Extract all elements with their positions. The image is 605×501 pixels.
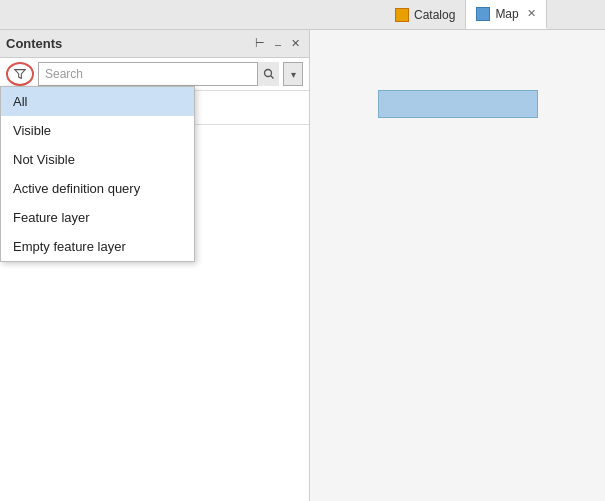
tab-catalog[interactable]: Catalog: [385, 0, 466, 29]
tab-map-label: Map: [495, 7, 518, 21]
search-dropdown-button[interactable]: ▾: [283, 62, 303, 86]
svg-point-0: [264, 70, 271, 77]
tab-map-close[interactable]: ✕: [527, 7, 536, 20]
pin-button[interactable]: ⊢: [252, 36, 268, 51]
dropdown-item-visible[interactable]: Visible: [1, 116, 194, 145]
svg-line-1: [270, 76, 273, 79]
main-layout: Contents ⊢ – ✕: [0, 30, 605, 501]
search-button[interactable]: [257, 62, 279, 86]
filter-button[interactable]: [6, 62, 34, 86]
close-button[interactable]: ✕: [288, 36, 303, 51]
search-input[interactable]: [38, 62, 279, 86]
contents-header: Contents ⊢ – ✕: [0, 30, 309, 58]
map-panel: [310, 30, 605, 501]
header-controls: ⊢ – ✕: [252, 36, 303, 51]
magnifier-icon: [263, 68, 275, 80]
dropdown-item-all[interactable]: All: [1, 87, 194, 116]
tab-bar: Catalog Map ✕: [0, 0, 605, 30]
dropdown-item-not-visible[interactable]: Not Visible: [1, 145, 194, 174]
filter-icon: [13, 67, 27, 81]
contents-panel: Contents ⊢ – ✕: [0, 30, 310, 501]
dropdown-item-active-definition-query[interactable]: Active definition query: [1, 174, 194, 203]
tab-map[interactable]: Map ✕: [466, 0, 546, 29]
dropdown-item-feature-layer[interactable]: Feature layer: [1, 203, 194, 232]
contents-title: Contents: [6, 36, 62, 51]
catalog-icon: [395, 8, 409, 22]
dropdown-item-empty-feature-layer[interactable]: Empty feature layer: [1, 232, 194, 261]
tab-catalog-label: Catalog: [414, 8, 455, 22]
filter-dropdown: All Visible Not Visible Active definitio…: [0, 86, 195, 262]
map-selection-highlight: [378, 90, 538, 118]
search-input-wrapper: [38, 62, 279, 86]
minimize-button[interactable]: –: [272, 37, 284, 51]
map-icon: [476, 7, 490, 21]
